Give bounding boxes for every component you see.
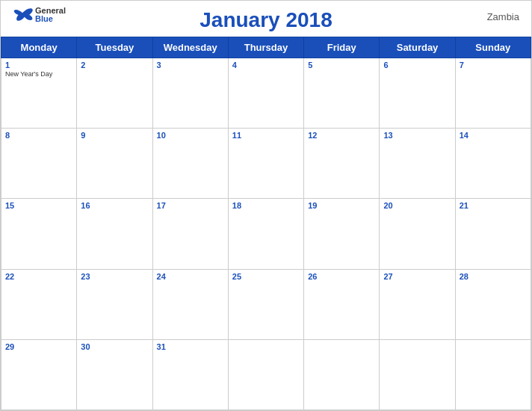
- day-number: 27: [383, 272, 451, 281]
- calendar-week-row: 293031: [1, 339, 531, 410]
- day-number: 4: [232, 61, 300, 69]
- holiday-label: New Year's Day: [5, 70, 72, 78]
- day-number: 25: [232, 272, 300, 281]
- day-number: 31: [157, 342, 224, 351]
- calendar-cell: [380, 339, 455, 410]
- calendar-thead: Monday Tuesday Wednesday Thursday Friday…: [1, 37, 531, 58]
- calendar-cell: [304, 339, 380, 410]
- calendar-cell: 9: [77, 129, 152, 199]
- calendar-title: January 2018: [200, 8, 332, 32]
- col-thursday: Thursday: [228, 37, 303, 58]
- calendar-cell: 13: [380, 129, 455, 199]
- calendar-cell: 26: [304, 269, 380, 339]
- day-number: 8: [5, 131, 72, 140]
- calendar-cell: 1New Year's Day: [1, 58, 77, 129]
- calendar-cell: 25: [228, 269, 303, 339]
- calendar-body: 1New Year's Day2345678910111213141516171…: [1, 58, 531, 410]
- day-number: 21: [460, 201, 527, 210]
- logo-blue-text: Blue: [35, 15, 66, 23]
- calendar-cell: 10: [152, 129, 228, 199]
- col-tuesday: Tuesday: [77, 37, 152, 58]
- calendar-header: General Blue January 2018 Zambia: [1, 1, 531, 37]
- calendar-week-row: 1New Year's Day234567: [1, 58, 531, 129]
- day-number: 7: [460, 61, 527, 69]
- day-number: 10: [157, 131, 224, 140]
- logo-area: General Blue: [13, 7, 66, 23]
- day-number: 16: [81, 201, 148, 210]
- day-number: 1: [5, 61, 72, 69]
- logo-bird-icon: [13, 7, 34, 22]
- day-number: 12: [308, 131, 375, 140]
- calendar-cell: 6: [380, 58, 455, 129]
- calendar-cell: 11: [228, 129, 303, 199]
- day-number: 5: [308, 61, 375, 69]
- calendar-cell: 20: [380, 199, 455, 269]
- calendar-cell: 19: [304, 199, 380, 269]
- col-sunday: Sunday: [455, 37, 531, 58]
- day-number: 17: [157, 201, 224, 210]
- day-number: 28: [460, 272, 527, 281]
- calendar-cell: 22: [1, 269, 77, 339]
- calendar-cell: 4: [228, 58, 303, 129]
- calendar-cell: 8: [1, 129, 77, 199]
- day-number: 30: [81, 342, 148, 351]
- calendar-week-row: 15161718192021: [1, 199, 531, 269]
- calendar-week-row: 891011121314: [1, 129, 531, 199]
- day-number: 22: [5, 272, 72, 281]
- day-number: 18: [232, 201, 300, 210]
- day-number: 14: [460, 131, 527, 140]
- calendar-cell: 18: [228, 199, 303, 269]
- day-number: 19: [308, 201, 375, 210]
- day-number: 26: [308, 272, 375, 281]
- calendar-wrapper: General Blue January 2018 Zambia Monday …: [0, 0, 532, 411]
- col-saturday: Saturday: [380, 37, 455, 58]
- calendar-cell: 21: [455, 199, 531, 269]
- col-wednesday: Wednesday: [152, 37, 228, 58]
- country-label: Zambia: [487, 11, 519, 22]
- day-number: 20: [383, 201, 451, 210]
- calendar-cell: 24: [152, 269, 228, 339]
- calendar-cell: 23: [77, 269, 152, 339]
- day-number: 15: [5, 201, 72, 210]
- calendar-cell: 2: [77, 58, 152, 129]
- day-number: 6: [383, 61, 451, 69]
- day-number: 3: [157, 61, 224, 69]
- calendar-cell: 17: [152, 199, 228, 269]
- calendar-cell: [228, 339, 303, 410]
- calendar-cell: 31: [152, 339, 228, 410]
- calendar-cell: [455, 339, 531, 410]
- day-number: 24: [157, 272, 224, 281]
- col-friday: Friday: [304, 37, 380, 58]
- calendar-cell: 12: [304, 129, 380, 199]
- day-number: 9: [81, 131, 148, 140]
- calendar-cell: 27: [380, 269, 455, 339]
- calendar-cell: 7: [455, 58, 531, 129]
- col-monday: Monday: [1, 37, 77, 58]
- calendar-cell: 14: [455, 129, 531, 199]
- calendar-cell: 30: [77, 339, 152, 410]
- calendar-cell: 29: [1, 339, 77, 410]
- calendar-cell: 3: [152, 58, 228, 129]
- calendar-cell: 16: [77, 199, 152, 269]
- day-number: 11: [232, 131, 300, 140]
- day-number: 2: [81, 61, 148, 69]
- calendar-cell: 28: [455, 269, 531, 339]
- day-number: 23: [81, 272, 148, 281]
- calendar-cell: 5: [304, 58, 380, 129]
- weekday-header-row: Monday Tuesday Wednesday Thursday Friday…: [1, 37, 531, 58]
- calendar-cell: 15: [1, 199, 77, 269]
- day-number: 13: [383, 131, 451, 140]
- calendar-week-row: 22232425262728: [1, 269, 531, 339]
- calendar-table: Monday Tuesday Wednesday Thursday Friday…: [1, 37, 531, 410]
- day-number: 29: [5, 342, 72, 351]
